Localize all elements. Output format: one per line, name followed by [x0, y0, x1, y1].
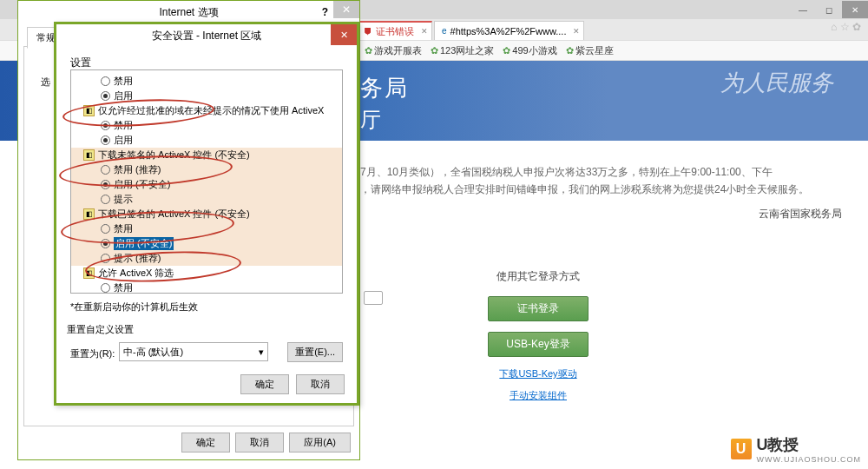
- radio-disable[interactable]: 禁用: [71, 281, 342, 294]
- usb-key-login-button[interactable]: USB-Key登录: [488, 332, 589, 357]
- ok-button[interactable]: 确定: [240, 374, 289, 394]
- dialog-title: 安全设置 - Internet 区域: [152, 29, 262, 43]
- star-icon: ✿: [566, 45, 574, 56]
- radio-enable[interactable]: 启用: [71, 133, 342, 148]
- activex-icon: ◧: [83, 149, 95, 161]
- ok-button[interactable]: 确定: [181, 433, 230, 452]
- radio-icon: [101, 224, 110, 234]
- dialog-titlebar[interactable]: 安全设置 - Internet 区域 ✕: [56, 24, 357, 47]
- manual-install-link[interactable]: 手动安装组件: [460, 389, 616, 402]
- radio-icon: [101, 165, 110, 175]
- radio-icon: [101, 76, 110, 86]
- dialog-title: Internet 选项: [159, 5, 218, 20]
- dialog-titlebar[interactable]: Internet 选项 ? ✕: [18, 1, 359, 23]
- radio-icon: [101, 91, 110, 101]
- close-button[interactable]: ✕: [842, 1, 868, 18]
- cert-login-button[interactable]: 证书登录: [488, 296, 589, 321]
- notice-signature: 云南省国家税务局: [360, 205, 842, 222]
- settings-tree[interactable]: 禁用 启用 ◧仅允许经过批准的域在未经提示的情况下使用 ActiveX 禁用 启…: [70, 69, 343, 294]
- reset-group-label: 重置自定义设置: [67, 323, 134, 336]
- restart-note: *在重新启动你的计算机后生效: [70, 301, 198, 314]
- close-icon[interactable]: ✕: [331, 24, 357, 45]
- radio-disable[interactable]: 禁用: [71, 221, 342, 236]
- security-settings-dialog: 安全设置 - Internet 区域 ✕ 设置 禁用 启用 ◧仅允许经过批准的域…: [54, 22, 359, 406]
- radio-prompt-recommended[interactable]: 提示 (推荐): [71, 251, 342, 266]
- radio-prompt[interactable]: 提示: [71, 192, 342, 207]
- radio-enable-unsafe[interactable]: 启用 (不安全): [71, 177, 342, 192]
- reset-level-combobox[interactable]: 中-高 (默认值) ▾: [119, 342, 268, 361]
- close-icon[interactable]: ✕: [573, 27, 580, 36]
- fav-link[interactable]: ✿游戏开服表: [365, 44, 422, 57]
- help-button[interactable]: ?: [322, 6, 328, 18]
- radio-icon: [101, 239, 110, 248]
- watermark-brand: U教授: [757, 434, 862, 455]
- apply-button[interactable]: 应用(A): [289, 433, 351, 452]
- radio-enable-unsafe[interactable]: 启用 (不安全): [71, 236, 342, 251]
- close-icon[interactable]: ✕: [421, 27, 428, 36]
- minimize-button[interactable]: —: [790, 1, 816, 18]
- activex-icon: ◧: [83, 268, 95, 279]
- download-driver-link[interactable]: 下载USB-Key驱动: [460, 367, 616, 380]
- tab-label: 证书错误: [376, 25, 414, 38]
- tab-label: #https%3A%2F%2Fwww....: [450, 26, 567, 36]
- logo-icon: U: [729, 437, 753, 461]
- star-icon: ✿: [365, 45, 372, 56]
- shield-icon: ⛊: [364, 27, 372, 36]
- activex-icon: ◧: [83, 208, 95, 220]
- maximize-button[interactable]: ◻: [816, 1, 842, 18]
- fav-link[interactable]: ✿499小游戏: [503, 44, 556, 57]
- ie-icon: e: [442, 26, 447, 36]
- banner-title-1: 务局: [360, 73, 409, 103]
- star-icon: ✿: [503, 45, 510, 56]
- star-icon: ✿: [431, 45, 438, 56]
- notice-text: 7月、10月类似），全省国税纳税人申报户次将达33万之多，特别在上午9:00-1…: [360, 163, 842, 222]
- cancel-button[interactable]: 取消: [296, 374, 345, 394]
- banner-slogan: 为人民服务: [720, 68, 833, 98]
- fav-link[interactable]: ✿123网址之家: [431, 44, 494, 57]
- window-extras: ⌂ ☆ ✿: [831, 21, 861, 33]
- radio-disable[interactable]: 禁用: [71, 74, 342, 89]
- close-icon[interactable]: ✕: [333, 1, 359, 18]
- radio-icon: [101, 254, 110, 263]
- radio-disable[interactable]: 禁用: [71, 118, 342, 133]
- tab-url[interactable]: e #https%3A%2F%2Fwww.... ✕: [434, 21, 584, 40]
- radio-icon: [101, 283, 110, 293]
- chevron-down-icon: ▾: [259, 347, 264, 358]
- watermark-url: WWW.UJIAOSHOU.COM: [757, 455, 862, 464]
- watermark: U U教授 WWW.UJIAOSHOU.COM: [729, 434, 862, 464]
- tree-heading-signed-activex: ◧下载已签名的 ActiveX 控件 (不安全): [71, 207, 342, 221]
- radio-disable-recommended[interactable]: 禁用 (推荐): [71, 162, 342, 177]
- tree-heading-activex-filter: ◧允许 ActiveX 筛选: [71, 266, 342, 281]
- login-panel: 使用其它登录方式 证书登录 USB-Key登录 下载USB-Key驱动 手动安装…: [460, 269, 616, 402]
- reset-button[interactable]: 重置(E)...: [287, 342, 343, 362]
- radio-icon: [101, 135, 110, 145]
- banner-title-2: 厅: [360, 106, 385, 134]
- radio-icon: [101, 180, 110, 189]
- settings-label: 设置: [70, 56, 91, 70]
- login-heading: 使用其它登录方式: [460, 269, 616, 284]
- cancel-button[interactable]: 取消: [235, 433, 284, 452]
- tab-cert-error[interactable]: ⛊ 证书错误 ✕: [356, 21, 432, 40]
- camera-icon: [364, 291, 383, 305]
- radio-icon: [101, 195, 110, 204]
- fav-link[interactable]: ✿紫云星座: [566, 44, 614, 57]
- radio-icon: [101, 121, 110, 130]
- activex-icon: ◧: [83, 105, 95, 116]
- radio-enable[interactable]: 启用: [71, 89, 342, 103]
- tree-heading-approved-domains: ◧仅允许经过批准的域在未经提示的情况下使用 ActiveX: [71, 103, 342, 118]
- reset-to-label: 重置为(R):: [70, 347, 115, 360]
- tree-heading-unsigned-activex: ◧下载未签名的 ActiveX 控件 (不安全): [71, 148, 342, 162]
